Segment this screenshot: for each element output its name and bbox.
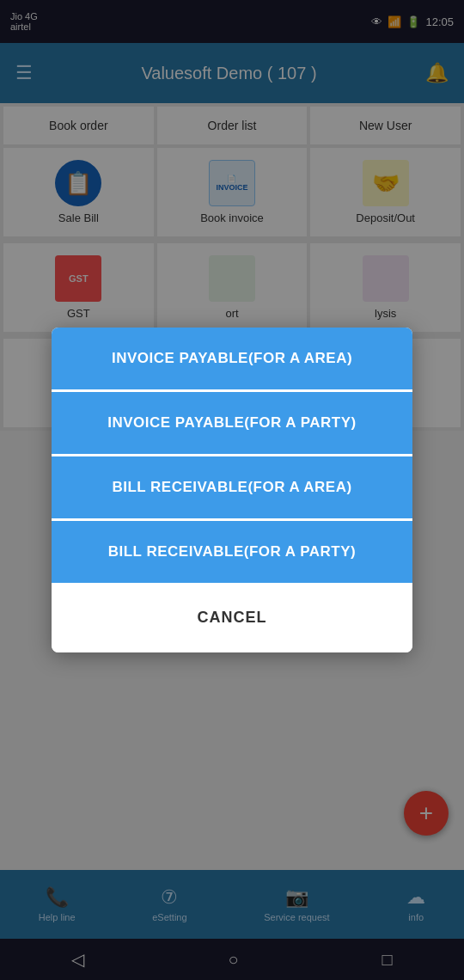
bill-receivable-party-option[interactable]: BILL RECEIVABLE(FOR A PARTY) — [52, 521, 412, 583]
modal-dialog: INVOICE PAYABLE(FOR A AREA) INVOICE PAYA… — [52, 328, 412, 652]
cancel-button[interactable]: CANCEL — [163, 602, 302, 634]
invoice-payable-party-option[interactable]: INVOICE PAYABLE(FOR A PARTY) — [52, 392, 412, 456]
bill-receivable-area-option[interactable]: BILL RECEIVABLE(FOR A AREA) — [52, 456, 412, 521]
modal-overlay: INVOICE PAYABLE(FOR A AREA) INVOICE PAYA… — [0, 0, 464, 980]
modal-cancel-area: CANCEL — [52, 583, 412, 652]
invoice-payable-area-option[interactable]: INVOICE PAYABLE(FOR A AREA) — [52, 328, 412, 392]
